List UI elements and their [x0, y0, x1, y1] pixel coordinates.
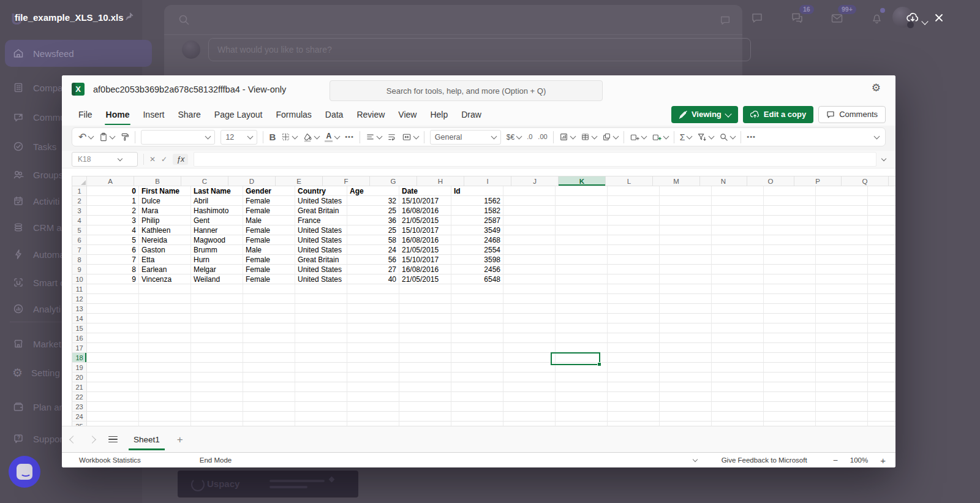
cell-A1[interactable]: 0 [87, 186, 139, 196]
cell-M3[interactable] [712, 206, 764, 216]
cell-J22[interactable] [556, 392, 608, 402]
row-header-22[interactable]: 22 [72, 392, 87, 402]
cell-G14[interactable] [399, 314, 451, 323]
cell-F16[interactable] [347, 333, 399, 343]
cell-F3[interactable]: 25 [347, 206, 399, 216]
cell-C7[interactable]: Brumm [191, 245, 243, 255]
cell-E20[interactable] [295, 373, 347, 382]
cell-K22[interactable] [608, 392, 660, 402]
cell-J20[interactable] [556, 373, 608, 382]
cell-A12[interactable] [87, 294, 139, 304]
cell-M22[interactable] [712, 392, 764, 402]
cell-H16[interactable] [451, 333, 503, 343]
cell-C13[interactable] [191, 304, 243, 314]
cell-K17[interactable] [608, 343, 660, 353]
cell-P8[interactable] [868, 255, 895, 265]
cell-A3[interactable]: 2 [87, 206, 139, 216]
cell-M10[interactable] [712, 274, 764, 284]
cell-L17[interactable] [660, 343, 712, 353]
cell-A2[interactable]: 1 [87, 196, 139, 206]
cell-O7[interactable] [816, 245, 868, 255]
feed-comment-icon[interactable] [719, 14, 731, 26]
cell-B14[interactable] [139, 314, 191, 323]
cell-F17[interactable] [347, 343, 399, 353]
cell-E15[interactable] [295, 323, 347, 333]
cell-B2[interactable]: Dulce [139, 196, 191, 206]
cell-E9[interactable]: United States [295, 265, 347, 274]
cell-B19[interactable] [139, 363, 191, 373]
cell-M2[interactable] [712, 196, 764, 206]
cell-F23[interactable] [347, 402, 399, 412]
cancel-entry-button[interactable]: ✕ [149, 155, 156, 164]
cell-P21[interactable] [868, 382, 895, 392]
cell-N4[interactable] [764, 216, 816, 225]
cell-F12[interactable] [347, 294, 399, 304]
menu-insert[interactable]: Insert [136, 103, 171, 126]
cell-P10[interactable] [868, 274, 895, 284]
row-header-2[interactable]: 2 [72, 196, 87, 206]
cell-F24[interactable] [347, 412, 399, 422]
cell-L22[interactable] [660, 392, 712, 402]
comments-button[interactable]: Comments [818, 106, 886, 123]
cell-K8[interactable] [608, 255, 660, 265]
cell-L18[interactable] [660, 353, 712, 363]
cell-E13[interactable] [295, 304, 347, 314]
cell-O18[interactable] [816, 353, 868, 363]
cell-B7[interactable]: Gaston [139, 245, 191, 255]
row-header-13[interactable]: 13 [72, 304, 87, 314]
row-header-18[interactable]: 18 [72, 353, 87, 363]
cell-P2[interactable] [868, 196, 895, 206]
row-header-17[interactable]: 17 [72, 343, 87, 353]
sheet-list-menu-icon[interactable] [108, 436, 118, 443]
cell-F13[interactable] [347, 304, 399, 314]
close-icon[interactable] [933, 12, 944, 23]
cell-C12[interactable] [191, 294, 243, 304]
cell-P5[interactable] [868, 225, 895, 235]
number-format-select[interactable]: General [430, 130, 501, 145]
cell-J7[interactable] [556, 245, 608, 255]
cell-A13[interactable] [87, 304, 139, 314]
cell-O23[interactable] [816, 402, 868, 412]
cell-I24[interactable] [503, 412, 556, 422]
cell-G4[interactable]: 21/05/2015 [399, 216, 451, 225]
cell-F14[interactable] [347, 314, 399, 323]
cell-L11[interactable] [660, 284, 712, 294]
column-header-Q[interactable]: Q [842, 176, 889, 186]
cell-I14[interactable] [503, 314, 556, 323]
cell-B9[interactable]: Earlean [139, 265, 191, 274]
edit-a-copy-button[interactable]: Edit a copy [743, 106, 813, 123]
cell-B18[interactable] [139, 353, 191, 363]
row-header-19[interactable]: 19 [72, 363, 87, 373]
cell-O2[interactable] [816, 196, 868, 206]
cell-P18[interactable] [868, 353, 895, 363]
cell-H23[interactable] [451, 402, 503, 412]
cell-I23[interactable] [503, 402, 556, 412]
cell-D13[interactable] [243, 304, 295, 314]
cell-N16[interactable] [764, 333, 816, 343]
cell-N13[interactable] [764, 304, 816, 314]
cell-J17[interactable] [556, 343, 608, 353]
cell-C20[interactable] [191, 373, 243, 382]
name-box-input[interactable] [77, 154, 116, 164]
cell-L3[interactable] [660, 206, 712, 216]
cell-C10[interactable]: Weiland [191, 274, 243, 284]
cell-M15[interactable] [712, 323, 764, 333]
cell-H25[interactable] [451, 422, 503, 426]
row-header-21[interactable]: 21 [72, 382, 87, 392]
cell-F22[interactable] [347, 392, 399, 402]
cell-D11[interactable] [243, 284, 295, 294]
cell-G7[interactable]: 21/05/2015 [399, 245, 451, 255]
cell-H15[interactable] [451, 323, 503, 333]
cell-J8[interactable] [556, 255, 608, 265]
cell-J21[interactable] [556, 382, 608, 392]
feedback-link[interactable]: Give Feedback to Microsoft [722, 456, 807, 464]
cell-K20[interactable] [608, 373, 660, 382]
autosum-button[interactable]: Σ [680, 133, 692, 142]
cell-J3[interactable] [556, 206, 608, 216]
cell-O10[interactable] [816, 274, 868, 284]
currency-format-button[interactable]: $€ [507, 134, 521, 141]
cell-M5[interactable] [712, 225, 764, 235]
cell-K16[interactable] [608, 333, 660, 343]
cell-A25[interactable] [87, 422, 139, 426]
cell-P1[interactable] [868, 186, 895, 196]
